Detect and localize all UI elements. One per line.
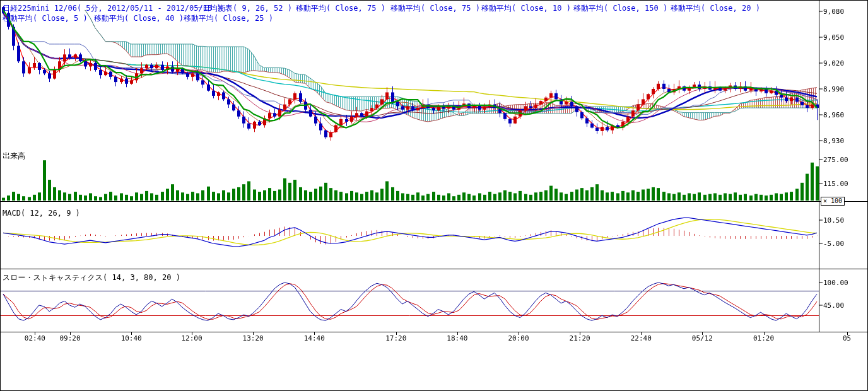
- price-axis-label: 9,050: [823, 33, 844, 42]
- time-axis-label: 22:40: [627, 334, 655, 342]
- legend-item: 移動平均( Close, 75 ): [296, 3, 385, 14]
- volume-axis-label: 115.00: [823, 180, 848, 188]
- price-axis-label: 8,930: [823, 137, 844, 145]
- stoch-pane-label: スロー・ストキャスティクス( 14, 3, 80, 20 ): [3, 272, 180, 283]
- price-axis-label: 8,960: [823, 111, 844, 119]
- time-axis-label: 20:00: [505, 334, 532, 342]
- legend-item: 移動平均( Close, 40 ): [94, 13, 184, 24]
- volume-multiplier-badge: × 100: [821, 197, 845, 206]
- time-axis-label: 21:20: [566, 334, 594, 342]
- legend-item: 移動平均( Close, 5 ): [3, 13, 88, 24]
- time-axis-label: 12:00: [178, 334, 206, 342]
- time-axis-label: 14:40: [300, 334, 328, 342]
- chart-canvas[interactable]: [1, 1, 868, 391]
- macd-axis-label: 10.50: [823, 216, 844, 225]
- legend-item: 移動平均( Close, 25 ): [184, 13, 273, 24]
- legend-item: 一目均衡表( 9, 26, 52 ): [195, 3, 292, 14]
- legend-item: 移動平均( Close, 150 ): [573, 3, 667, 14]
- time-axis-label: 09:20: [56, 334, 84, 342]
- legend-item: 移動平均( Close, 20 ): [671, 3, 760, 14]
- time-axis-label: 05: [833, 334, 861, 342]
- time-axis-label: 13:20: [239, 334, 267, 342]
- macd-pane-label: MACD( 12, 26, 9 ): [3, 209, 80, 218]
- legend-item: 移動平均( Close, 75 ): [390, 3, 480, 14]
- stoch-axis-label: 100.00: [823, 279, 848, 287]
- legend-item: 移動平均( Close, 10 ): [481, 3, 571, 14]
- time-axis-label: 05/12: [688, 334, 716, 342]
- chart-title: 日経225mini 12/06( 5分, 2012/05/11 - 2012/0…: [3, 3, 221, 14]
- price-axis-label: 9,080: [823, 8, 844, 16]
- time-axis-label: 02:40: [21, 334, 49, 342]
- macd-axis-label: -5.00: [823, 240, 844, 248]
- volume-pane-label: 出来高: [3, 151, 25, 161]
- stoch-axis-label: 45.00: [823, 301, 844, 310]
- time-axis-label: 10:40: [117, 334, 145, 342]
- price-axis-label: 9,020: [823, 59, 844, 67]
- chart-window: 日経225mini 12/06( 5分, 2012/05/11 - 2012/0…: [0, 0, 868, 391]
- time-axis-label: 01:20: [750, 334, 778, 342]
- volume-axis-label: 275.00: [823, 156, 848, 164]
- price-axis-label: 8,990: [823, 85, 844, 93]
- time-axis-label: 17:20: [382, 334, 410, 342]
- time-axis-label: 18:40: [443, 334, 471, 342]
